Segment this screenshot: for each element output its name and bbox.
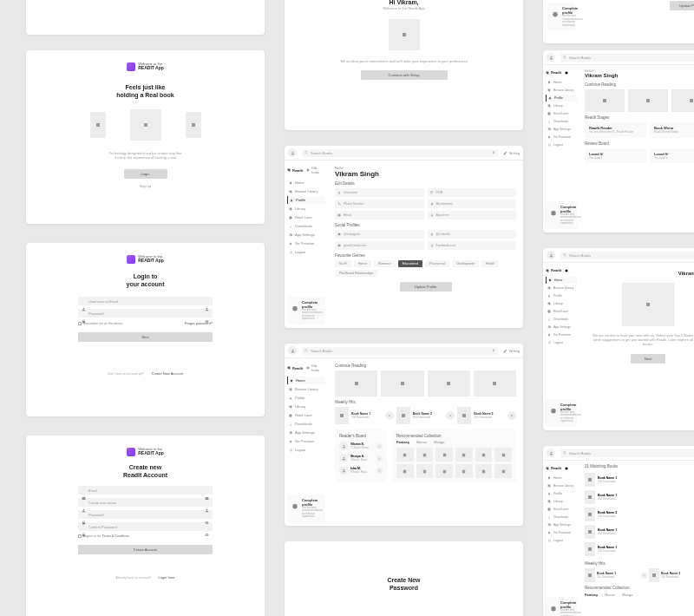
add-button[interactable] xyxy=(446,411,455,420)
update-profile-button[interactable]: Update Profile xyxy=(670,1,694,10)
book-cover[interactable] xyxy=(474,370,516,396)
topbar: Search Books Writing xyxy=(285,146,523,161)
mail-icon xyxy=(82,488,86,493)
field-gmail[interactable]: gmail@mail.com xyxy=(335,241,424,250)
writing-button[interactable]: Writing xyxy=(503,151,520,155)
add-button[interactable] xyxy=(385,411,394,420)
book-cover[interactable] xyxy=(335,370,377,396)
chip[interactable]: Sci-Fi xyxy=(335,260,351,267)
leader-row[interactable]: Vikram S.11 Books Read xyxy=(339,440,383,452)
field-about[interactable]: About me xyxy=(428,211,517,220)
skip-link[interactable]: Skip up xyxy=(43,184,247,188)
create-account-link[interactable]: Create New Account xyxy=(152,371,183,376)
login-here-link[interactable]: Login here xyxy=(159,575,175,580)
chip[interactable]: Health xyxy=(481,260,499,267)
nav-logout[interactable]: Logout xyxy=(287,446,325,454)
nav-home[interactable]: Home xyxy=(287,377,325,384)
forgot-link[interactable]: Forgot password? xyxy=(185,321,213,325)
nav-readlater[interactable]: Read Later xyxy=(287,213,325,221)
chip[interactable]: Educational xyxy=(398,260,422,267)
chip[interactable]: Plot-Based Relationships xyxy=(335,270,377,277)
book-thumb[interactable] xyxy=(396,407,410,424)
remember-checkbox[interactable]: Remember me on this device xyxy=(78,321,123,325)
nav-browse[interactable]: Browse Library xyxy=(287,385,325,393)
nav-settings[interactable]: App Settings xyxy=(287,429,325,436)
next-button[interactable]: Next xyxy=(631,354,665,364)
eye-icon[interactable] xyxy=(205,311,209,316)
field-username[interactable]: Username xyxy=(335,188,424,197)
create-account-button[interactable]: Create Account xyxy=(78,545,213,554)
complete-profile-card[interactable]: Complete profileGet the best recommendat… xyxy=(287,297,325,324)
cat-tab[interactable]: Humor xyxy=(416,440,427,444)
create-username-input[interactable]: Create user name xyxy=(78,498,213,507)
eye-icon[interactable] xyxy=(205,513,209,517)
avatar[interactable] xyxy=(288,346,297,355)
nav-downloads[interactable]: Downloads xyxy=(287,222,325,230)
complete-profile-card[interactable]: Complete profileGet the best recommendat… xyxy=(547,3,575,30)
nav-downloads[interactable]: Downloads xyxy=(287,420,325,428)
search-input[interactable]: Search Books xyxy=(302,347,498,355)
writing-button[interactable]: Writing xyxy=(503,349,520,353)
nav-browse[interactable]: Browse Library xyxy=(287,187,325,195)
login-button[interactable]: Login xyxy=(124,169,167,179)
welcome-image xyxy=(622,283,674,326)
clear-icon[interactable] xyxy=(205,299,209,304)
username-input[interactable]: Username or Email xyxy=(78,297,213,305)
complete-profile-card[interactable]: Complete profileGet the best recommendat… xyxy=(287,495,325,522)
nav-profile[interactable]: Profile xyxy=(287,196,325,204)
cat-tab[interactable]: Fantasy xyxy=(396,440,409,444)
interest-image xyxy=(389,19,420,50)
chip[interactable]: Romance xyxy=(374,260,396,267)
carousel-prev[interactable] xyxy=(90,112,106,138)
book-cover[interactable] xyxy=(428,370,470,396)
field-dob[interactable]: DOB xyxy=(428,188,517,197)
update-profile-button[interactable]: Update Profile xyxy=(400,282,452,292)
search-input[interactable]: Search Books xyxy=(560,54,694,62)
field-phone[interactable]: Phone Number xyxy=(335,200,424,208)
continue-setup-button[interactable]: Continue with Setup xyxy=(361,70,448,80)
add-button[interactable] xyxy=(507,411,516,420)
cat-tab[interactable]: Manga xyxy=(434,440,444,444)
rec-tile[interactable] xyxy=(396,448,414,462)
password-input[interactable]: Password xyxy=(78,309,213,318)
leader-row[interactable]: Shreya S.9 Books Read xyxy=(339,452,383,464)
brand-logo: Welcome to theREADIT App xyxy=(78,448,213,456)
nav-settings[interactable]: App Settings xyxy=(287,231,325,239)
field-facebook[interactable]: Facebook.com xyxy=(428,241,517,250)
nav-premium[interactable]: Go Premium xyxy=(287,437,325,445)
eye-icon[interactable] xyxy=(205,525,209,529)
book-thumb[interactable] xyxy=(335,407,349,424)
nav-library[interactable]: Library xyxy=(287,403,325,410)
screen-welcome-dash: Search Books Readit Home Browse Library … xyxy=(543,248,694,430)
email-input[interactable]: Email xyxy=(78,486,213,495)
field-linkedin[interactable]: @LinkedIn xyxy=(428,230,517,239)
chip[interactable]: Paranormal xyxy=(425,260,449,267)
logo-icon xyxy=(127,62,135,71)
search-input[interactable]: Search Books xyxy=(302,149,498,157)
mic-icon[interactable] xyxy=(492,151,495,154)
nav-profile[interactable]: Profile xyxy=(287,394,325,402)
confirm-password-input[interactable]: Confirm Password xyxy=(78,522,213,531)
nav-premium[interactable]: Go Premium xyxy=(287,239,325,247)
nav-logout[interactable]: Logout xyxy=(287,248,325,256)
field-interests[interactable]: My Interests xyxy=(428,200,517,208)
chip[interactable]: Horror xyxy=(354,260,371,267)
nav-readlater[interactable]: Read Later xyxy=(287,411,325,419)
terms-checkbox[interactable]: I agree to the Terms & Condition xyxy=(78,534,213,538)
next-button[interactable]: Next xyxy=(78,332,213,342)
nav-home[interactable]: Home xyxy=(287,179,325,187)
screen-update-peek: Complete profileGet the best recommendat… xyxy=(543,0,694,43)
leader-row[interactable]: Isha M.8 Books Read xyxy=(339,464,383,476)
avatar[interactable] xyxy=(288,148,297,157)
chip[interactable]: Development xyxy=(452,260,479,267)
field-instagram[interactable]: @Instagram xyxy=(335,230,424,239)
book-thumb[interactable] xyxy=(457,407,471,424)
tab-klik[interactable]: Klik India xyxy=(306,166,325,174)
result-row[interactable]: Book Name 1234 Downloads xyxy=(585,471,694,488)
carousel-next[interactable] xyxy=(186,112,201,138)
signup-password-input[interactable]: Password xyxy=(78,510,213,519)
field-email[interactable]: Email xyxy=(335,211,424,220)
book-cover[interactable] xyxy=(381,370,423,396)
nav-library[interactable]: Library xyxy=(287,205,325,213)
tab-readit[interactable]: Readit xyxy=(287,166,303,174)
